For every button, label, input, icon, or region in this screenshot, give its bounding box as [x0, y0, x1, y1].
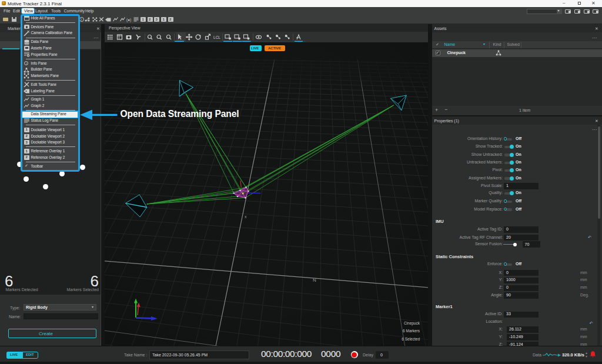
- svg-text:x: x: [245, 215, 247, 219]
- svg-text:6 Markers: 6 Markers: [403, 329, 420, 333]
- svg-text:LCL: LCL: [213, 35, 220, 39]
- svg-text:6 Selected: 6 Selected: [402, 337, 420, 341]
- svg-text:N: N: [313, 278, 316, 283]
- svg-text:Cinepuck: Cinepuck: [404, 321, 420, 326]
